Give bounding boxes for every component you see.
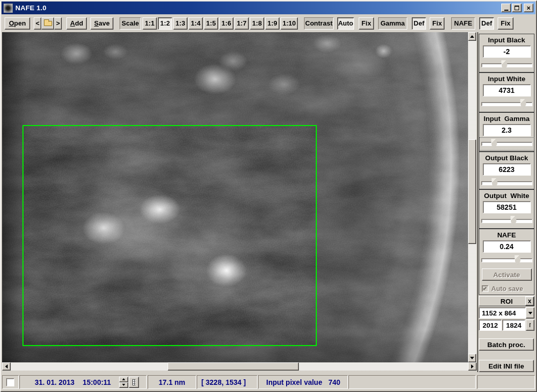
parameter-panel: Input Black -2 Input White 4731 Input Ga… xyxy=(479,32,535,372)
contrast-auto-button[interactable]: Auto xyxy=(337,17,354,30)
up-arrow-icon xyxy=(122,378,125,380)
horizontal-scrollbar-thumb[interactable] xyxy=(168,362,299,371)
roi-rectangle[interactable] xyxy=(22,125,317,346)
scroll-down-button[interactable] xyxy=(468,354,476,362)
scale-1-7-button[interactable]: 1:7 xyxy=(235,17,249,30)
calendar-grid-icon xyxy=(132,379,135,385)
down-arrow-icon xyxy=(470,357,474,359)
input-black-slider[interactable] xyxy=(481,60,532,70)
cursor-coords-text: [ 3228, 1534 ] xyxy=(201,378,246,386)
output-black-label: Output Black xyxy=(485,154,528,162)
nafe-slider[interactable] xyxy=(481,255,532,265)
vertical-scrollbar-thumb[interactable] xyxy=(468,139,476,244)
calendar-picker-button[interactable] xyxy=(129,377,139,388)
corner-bracket-icon xyxy=(529,323,531,327)
slider-thumb[interactable] xyxy=(511,216,517,226)
scroll-left-button[interactable] xyxy=(2,362,11,371)
maximize-icon xyxy=(515,6,519,10)
input-gamma-label: Input Gamma xyxy=(483,115,529,122)
slider-thumb[interactable] xyxy=(492,178,498,188)
file-nav-group: < > xyxy=(34,17,62,30)
scale-1-10-button[interactable]: 1:10 xyxy=(281,17,298,30)
roi-close-button[interactable]: x xyxy=(525,297,534,306)
autosave-checkbox[interactable] xyxy=(482,285,488,292)
gamma-fix-button[interactable]: Fix xyxy=(430,17,445,30)
pixel-value-number: 740 xyxy=(329,378,340,386)
batch-process-button[interactable]: Batch proc. xyxy=(479,338,534,351)
maximize-button[interactable] xyxy=(512,4,522,12)
scale-1-9-button[interactable]: 1:9 xyxy=(265,17,279,30)
slider-thumb[interactable] xyxy=(521,99,526,109)
scale-1-1-button[interactable]: 1:1 xyxy=(143,17,157,30)
status-checkbox[interactable] xyxy=(6,378,14,386)
output-black-slider[interactable] xyxy=(481,178,532,188)
vertical-scrollbar[interactable] xyxy=(468,32,476,362)
open-button[interactable]: Open xyxy=(5,17,30,30)
time-up-button[interactable] xyxy=(119,377,128,382)
statusbar-right-panel xyxy=(477,375,535,389)
scale-1-4-button[interactable]: 1:4 xyxy=(189,17,203,30)
wavelength-panel: 17.1 nm xyxy=(148,375,196,389)
minimize-button[interactable] xyxy=(501,4,511,12)
toolbar: Open < > Add Save Scale 1:1 1:2 1:3 1:4 … xyxy=(2,15,535,32)
input-black-field[interactable]: -2 xyxy=(483,45,531,58)
roi-size-dropdown-button[interactable] xyxy=(526,307,534,318)
nafe-label: NAFE xyxy=(451,17,475,30)
slider-thumb[interactable] xyxy=(502,60,507,70)
prev-file-button[interactable]: < xyxy=(34,17,41,30)
save-button[interactable]: Save xyxy=(90,17,113,30)
input-gamma-slider[interactable] xyxy=(481,139,532,149)
scale-1-3-button[interactable]: 1:3 xyxy=(173,17,188,30)
app-icon xyxy=(4,4,13,13)
next-file-button[interactable]: > xyxy=(54,17,62,30)
output-black-field[interactable]: 6223 xyxy=(483,163,531,176)
next-icon: > xyxy=(56,19,60,27)
edit-ini-button[interactable]: Edit INI file xyxy=(479,360,534,372)
slider-channel xyxy=(481,258,532,262)
time-down-button[interactable] xyxy=(119,382,128,388)
statusbar: 31. 01. 2013 15:00:11 17.1 nm [ 3228, 15… xyxy=(2,374,535,390)
nafe-amount-label: NAFE xyxy=(497,231,516,239)
scale-1-2-button[interactable]: 1:2 xyxy=(158,17,172,30)
image-canvas[interactable] xyxy=(2,32,468,362)
roi-x-field[interactable]: 2012 xyxy=(479,320,502,331)
nafe-def-button[interactable]: Def xyxy=(479,17,494,30)
horizontal-scrollbar[interactable] xyxy=(2,362,477,371)
roi-size-value[interactable]: 1152 x 864 xyxy=(479,307,526,318)
nafe-fix-button[interactable]: Fix xyxy=(498,17,513,30)
time-spinner xyxy=(119,377,128,388)
browse-folder-button[interactable] xyxy=(41,17,54,30)
minimize-icon xyxy=(504,10,508,11)
scroll-right-button[interactable] xyxy=(468,362,477,371)
contrast-fix-button[interactable]: Fix xyxy=(359,17,374,30)
cursor-coords-panel: [ 3228, 1534 ] xyxy=(197,375,258,389)
scroll-up-button[interactable] xyxy=(468,32,476,41)
close-icon: × xyxy=(527,5,531,11)
autosave-label: Auto save xyxy=(492,285,523,292)
output-white-field[interactable]: 58251 xyxy=(483,201,531,213)
titlebar[interactable]: NAFE 1.0 × xyxy=(2,2,535,14)
input-gamma-group: Input Gamma 2.3 xyxy=(479,112,534,152)
roi-corner-button[interactable] xyxy=(526,320,534,331)
input-white-slider[interactable] xyxy=(481,99,532,109)
add-button[interactable]: Add xyxy=(66,17,87,30)
roi-y-field[interactable]: 1824 xyxy=(502,320,525,331)
status-checkbox-panel xyxy=(2,375,19,389)
output-white-slider[interactable] xyxy=(481,216,532,226)
gamma-def-button[interactable]: Def xyxy=(412,17,426,30)
scale-1-5-button[interactable]: 1:5 xyxy=(204,17,218,30)
input-white-group: Input White 4731 xyxy=(479,72,534,112)
input-white-field[interactable]: 4731 xyxy=(483,84,531,96)
close-button[interactable]: × xyxy=(524,4,533,12)
up-arrow-icon xyxy=(470,35,474,38)
scale-1-6-button[interactable]: 1:6 xyxy=(219,17,234,30)
focused-slider-outline xyxy=(479,137,534,151)
nafe-amount-field[interactable]: 0.24 xyxy=(483,240,531,253)
input-gamma-field[interactable]: 2.3 xyxy=(483,124,531,136)
scale-1-8-button[interactable]: 1:8 xyxy=(250,17,264,30)
slider-thumb[interactable] xyxy=(492,139,497,149)
activate-button[interactable]: Activate xyxy=(482,268,532,281)
window-title: NAFE 1.0 xyxy=(15,4,501,12)
slider-thumb[interactable] xyxy=(515,255,521,265)
roi-size-combobox[interactable]: 1152 x 864 xyxy=(479,307,534,318)
